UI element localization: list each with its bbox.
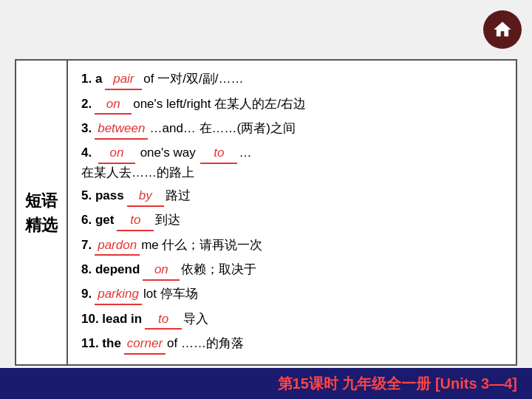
list-item: 1. a pair of 一对/双/副/…… bbox=[81, 70, 502, 90]
list-item: 2. on one's left/right 在某人的左/右边 bbox=[81, 95, 502, 115]
content-area: 1. a pair of 一对/双/副/…… 2. on one's left/… bbox=[68, 61, 516, 364]
left-label-text: 短语 精选 bbox=[25, 188, 58, 237]
home-icon bbox=[492, 19, 513, 40]
list-item: 10. lead in to 导入 bbox=[81, 310, 502, 330]
list-item: 11. the corner of ……的角落 bbox=[81, 335, 502, 355]
footer-text: 第15课时 九年级全一册 [Units 3—4] bbox=[278, 374, 517, 394]
list-item: 3. between…and… 在……(两者)之间 bbox=[81, 120, 502, 140]
blank-to-10: to bbox=[145, 310, 182, 330]
main-content-box: 短语 精选 1. a pair of 一对/双/副/…… 2. on one's… bbox=[15, 59, 517, 366]
blank-on-2: on bbox=[95, 95, 132, 115]
list-item: 5. passby 路过 bbox=[81, 187, 502, 207]
list-item: 8. depend on 依赖；取决于 bbox=[81, 261, 502, 281]
blank-parking: parking bbox=[95, 285, 142, 305]
blank-between: between bbox=[95, 120, 148, 140]
left-label-section: 短语 精选 bbox=[16, 61, 68, 364]
blank-on-8: on bbox=[143, 261, 180, 281]
list-item: 9. parking lot 停车场 bbox=[81, 285, 502, 305]
blank-on-4: on bbox=[98, 144, 135, 164]
home-button[interactable] bbox=[483, 10, 522, 49]
list-item: 7. pardon me 什么；请再说一次 bbox=[81, 236, 502, 256]
blank-corner: corner bbox=[124, 335, 166, 355]
blank-pardon: pardon bbox=[95, 236, 140, 256]
list-item: 4. on one's way to… 在某人去……的路上 bbox=[81, 144, 502, 182]
blank-to-6: to bbox=[117, 211, 154, 231]
blank-by: by bbox=[127, 187, 164, 207]
list-item: 6. get to 到达 bbox=[81, 211, 502, 231]
blank-to-4: to bbox=[200, 144, 237, 164]
blank-pair: pair bbox=[105, 70, 142, 90]
footer-bar: 第15课时 九年级全一册 [Units 3—4] bbox=[0, 368, 532, 399]
